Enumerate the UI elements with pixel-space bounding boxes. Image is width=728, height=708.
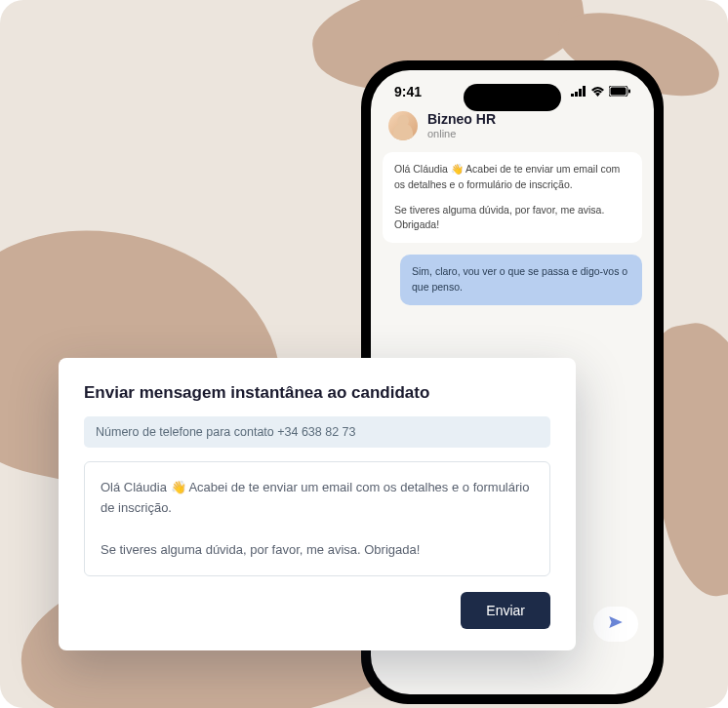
avatar[interactable] xyxy=(388,111,418,140)
svg-rect-6 xyxy=(628,90,630,94)
app-canvas: 9:41 Bizneo HR online xyxy=(0,0,728,708)
battery-icon xyxy=(609,84,630,99)
modal-title: Enviar mensagem instantânea ao candidato xyxy=(84,383,550,403)
message-paragraph: Olá Cláudia 👋 Acabei de te enviar um ema… xyxy=(101,478,534,519)
svg-rect-2 xyxy=(579,89,582,97)
wifi-icon xyxy=(590,84,605,99)
message-sent: Sim, claro, vou ver o que se passa e dig… xyxy=(400,255,642,305)
message-received: Olá Cláudia 👋 Acabei de te enviar um ema… xyxy=(383,152,642,243)
message-paragraph: Se tiveres alguma dúvida, por favor, me … xyxy=(394,203,630,234)
send-icon xyxy=(607,613,625,635)
send-message-button[interactable] xyxy=(593,607,638,642)
signal-icon xyxy=(571,84,586,99)
message-paragraph: Olá Cláudia 👋 Acabei de te enviar um ema… xyxy=(394,162,630,193)
phone-notch xyxy=(464,84,561,111)
modal-footer: Enviar xyxy=(84,592,550,629)
message-paragraph: Se tiveres alguma dúvida, por favor, me … xyxy=(101,540,534,561)
submit-button[interactable]: Enviar xyxy=(461,592,550,629)
chat-name: Bizneo HR xyxy=(427,111,496,128)
svg-rect-0 xyxy=(571,94,574,97)
chat-header-text: Bizneo HR online xyxy=(427,111,496,140)
chat-header: Bizneo HR online xyxy=(371,105,654,152)
status-icons xyxy=(571,84,630,99)
message-textarea[interactable]: Olá Cláudia 👋 Acabei de te enviar um ema… xyxy=(84,461,550,576)
send-message-modal: Enviar mensagem instantânea ao candidato… xyxy=(59,358,576,650)
svg-rect-1 xyxy=(575,92,578,97)
messages-area[interactable]: Olá Cláudia 👋 Acabei de te enviar um ema… xyxy=(371,152,654,305)
contact-phone-field[interactable]: Número de telefone para contato +34 638 … xyxy=(84,416,550,448)
chat-status: online xyxy=(427,128,496,140)
svg-rect-3 xyxy=(583,86,586,97)
svg-rect-5 xyxy=(611,88,627,96)
